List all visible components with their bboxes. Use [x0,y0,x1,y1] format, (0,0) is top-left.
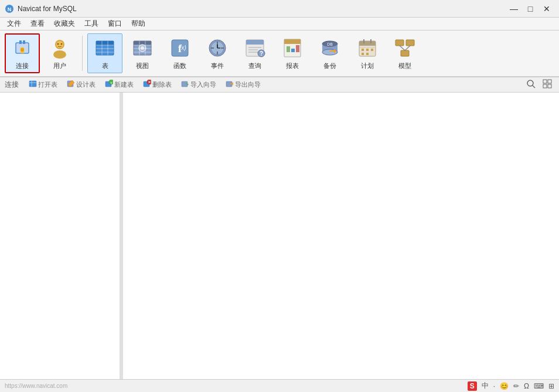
ime-grid[interactable]: ⊞ [548,382,554,390]
svg-rect-47 [284,39,301,44]
close-button[interactable]: ✕ [539,3,554,15]
window-title: Navicat for MySQL [18,5,506,13]
ime-s[interactable]: S [468,381,477,391]
svg-rect-71 [29,81,36,87]
toolbar-query[interactable]: ? 查询 [237,33,272,73]
user-icon [48,36,71,59]
action-bar-right [524,78,554,91]
toolbar-schedule[interactable]: 计划 [350,33,385,73]
svg-point-8 [53,50,66,59]
schedule-icon [356,36,379,59]
menu-view[interactable]: 查看 [26,18,49,30]
menu-file[interactable]: 文件 [2,18,26,30]
connect-icon [11,37,34,59]
query-icon: ? [243,36,267,59]
query-label: 查询 [248,62,261,70]
report-label: 报表 [286,62,299,70]
model-label: 模型 [398,62,411,70]
title-bar: N Navicat for MySQL — □ ✕ [0,0,559,18]
export-wizard-label: 导出向导 [235,80,261,89]
toolbar-view[interactable]: 视图 [125,33,160,73]
svg-line-69 [400,46,405,50]
svg-rect-50 [296,45,299,52]
ime-pen[interactable]: ✏ [513,382,519,390]
app-icon: N [5,4,14,13]
new-table-button[interactable]: + 新建表 [101,79,138,91]
ime-omega[interactable]: Ω [524,382,529,390]
svg-rect-4 [23,40,25,44]
svg-text:DB: DB [327,42,333,46]
svg-rect-62 [366,49,369,51]
menu-favorites[interactable]: 收藏夹 [49,18,80,30]
open-table-button[interactable]: 打开表 [25,79,62,91]
svg-text:?: ? [260,50,263,57]
status-bar: https://www.navicat.com S 中 · 😊 ✏ Ω ⌨ ⊞ [0,379,559,392]
toolbar-model[interactable]: 模型 [387,33,422,73]
toolbar-backup[interactable]: DB 备份 [312,33,347,73]
svg-text:+: + [110,81,113,84]
svg-text:(x): (x) [179,45,186,51]
backup-label: 备份 [323,62,336,70]
toolbar-report[interactable]: 报表 [275,33,310,73]
ime-dot[interactable]: · [493,382,495,390]
toolbar-sep-1 [82,36,83,71]
ime-emoji[interactable]: 😊 [500,382,509,390]
import-wizard-button[interactable]: 导入向导 [177,79,220,91]
toolbar-connect[interactable]: 连接 [5,33,40,73]
svg-rect-57 [359,41,376,46]
function-icon: f (x) [168,36,192,59]
new-table-icon: + [105,80,113,90]
content-area [123,93,559,379]
svg-point-86 [527,80,533,86]
export-wizard-button[interactable]: 导出向导 [221,79,265,91]
menu-tools[interactable]: 工具 [80,18,103,30]
search-button[interactable] [524,78,538,91]
status-text: https://www.navicat.com [5,383,463,389]
delete-table-button[interactable]: 删除表 [139,79,176,91]
design-table-button[interactable]: 设计表 [63,79,100,91]
table-label: 表 [102,62,108,70]
grid-view-button[interactable] [540,78,554,91]
svg-line-87 [533,86,535,88]
import-wizard-icon [181,80,189,90]
report-icon [281,36,304,59]
svg-rect-68 [401,50,409,56]
function-label: 函数 [173,62,186,70]
event-label: 事件 [211,62,224,70]
svg-rect-61 [362,49,364,51]
toolbar: 连接 用户 [0,30,559,77]
svg-rect-40 [246,40,264,45]
toolbar-user[interactable]: 用户 [42,33,77,73]
svg-rect-88 [543,80,547,83]
ime-keyboard[interactable]: ⌨ [534,382,544,390]
design-table-icon [67,80,75,90]
svg-rect-13 [96,41,114,45]
svg-rect-48 [287,46,290,52]
maximize-button[interactable]: □ [523,3,538,15]
toolbar-table[interactable]: 表 [87,33,122,73]
menu-bar: 文件 查看 收藏夹 工具 窗口 帮助 [0,18,559,30]
minimize-button[interactable]: — [506,3,521,15]
export-wizard-icon [226,80,234,90]
menu-window[interactable]: 窗口 [103,18,127,30]
open-table-label: 打开表 [38,80,57,89]
schedule-label: 计划 [361,62,374,70]
action-bar-label: 连接 [5,80,19,90]
svg-rect-66 [396,40,404,46]
toolbar-function[interactable]: f (x) 函数 [162,33,197,73]
toolbar-event[interactable]: 事件 [200,33,235,73]
design-table-label: 设计表 [76,80,96,89]
ime-zhong[interactable]: 中 [482,381,489,391]
import-wizard-label: 导入向导 [190,80,216,89]
svg-rect-65 [366,53,369,55]
svg-rect-90 [543,84,547,88]
svg-rect-67 [406,40,414,46]
svg-rect-63 [371,49,373,51]
new-table-label: 新建表 [114,80,134,89]
delete-table-label: 删除表 [152,80,172,89]
menu-help[interactable]: 帮助 [127,18,150,30]
svg-rect-89 [548,80,551,83]
backup-icon: DB [318,36,342,59]
model-icon [393,36,417,59]
svg-point-11 [61,43,63,45]
